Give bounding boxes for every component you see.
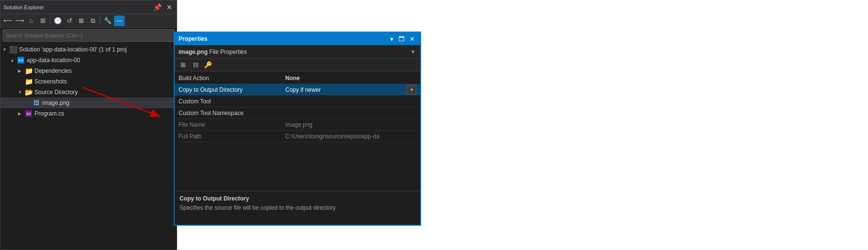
tree-item-program-cs[interactable]: ▶ C# Program.cs [0, 108, 177, 119]
file-info-content: image.png File Properties [179, 49, 247, 55]
copy-to-output-value: Copy if newer [285, 86, 321, 93]
prop-desc-text: Specifies the source file will be copied… [180, 204, 415, 212]
copy-to-output-dropdown[interactable]: ▾ [407, 85, 416, 95]
prop-row-copy-to-output[interactable]: Copy to Output Directory Copy if newer ▾ [175, 84, 420, 96]
tree-item-dependencies[interactable]: ▶ 📁 Dependencies [0, 66, 177, 76]
properties-title: Properties [179, 35, 207, 42]
screenshots-label: Screenshots [34, 78, 67, 85]
prop-row-build-action[interactable]: Build Action None [175, 72, 420, 84]
program-cs-icon: C# [25, 110, 33, 117]
pin-button[interactable]: 📌 [152, 3, 163, 11]
titlebar-buttons: 📌 ✕ [152, 3, 174, 11]
solution-label: Solution 'app-data-location-00' (1 of 1 … [19, 46, 127, 53]
tree-item-solution[interactable]: ▼ ⬛ Solution 'app-data-location-00' (1 o… [0, 44, 177, 55]
prop-name-copy-to-output: Copy to Output Directory [175, 86, 281, 93]
prop-row-custom-tool[interactable]: Custom Tool [175, 96, 420, 107]
source-directory-label: Source Directory [34, 89, 78, 96]
prop-desc-title: Copy to Output Directory [180, 195, 415, 202]
sync-button[interactable]: ⊞ [37, 16, 48, 26]
prop-grid: Build Action None Copy to Output Directo… [175, 71, 420, 191]
prop-name-build-action: Build Action [175, 75, 281, 82]
search-input[interactable] [6, 33, 171, 38]
source-directory-folder-icon: 📂 [25, 88, 33, 96]
prop-sort-btn[interactable]: ⊟ [190, 60, 201, 70]
minimize-button[interactable]: — [114, 16, 125, 26]
prop-row-full-path: Full Path C:\Users\tomgr\source\repos\ap… [175, 131, 420, 142]
arrow-dependencies: ▶ [18, 68, 25, 73]
prop-maximize-btn[interactable]: 🗖 [397, 35, 406, 43]
prop-row-file-name: File Name image.png [175, 119, 420, 131]
back-button[interactable]: ⟵ [2, 16, 13, 26]
forward-button[interactable]: ⟶ [14, 16, 25, 26]
copy-button[interactable]: ⧉ [87, 16, 98, 26]
image-png-label: image.png [42, 100, 69, 106]
prop-value-full-path: C:\Users\tomgr\source\repos\app-da [281, 133, 420, 140]
prop-name-full-path: Full Path [175, 133, 281, 140]
tree-item-image-png[interactable]: 🖼 image.png [0, 98, 177, 108]
prop-name-custom-tool-namespace: Custom Tool Namespace [175, 110, 281, 117]
file-info-dropdown[interactable]: ▾ [410, 48, 416, 56]
prop-value-copy-to-output: Copy if newer ▾ [281, 85, 420, 95]
history-button[interactable]: 🕐 [52, 16, 63, 26]
program-cs-label: Program.cs [34, 110, 64, 117]
prop-name-file-name: File Name [175, 121, 281, 128]
dependencies-folder-icon: 📁 [25, 67, 33, 75]
collapse-button[interactable]: ⊠ [76, 16, 86, 26]
dependencies-label: Dependencies [34, 67, 72, 74]
project-icon-box: C# [17, 57, 24, 64]
prop-name-custom-tool: Custom Tool [175, 98, 281, 105]
prop-row-custom-tool-namespace[interactable]: Custom Tool Namespace [175, 107, 420, 119]
prop-value-file-name: image.png [281, 121, 420, 128]
tree-item-source-directory[interactable]: ▼ 📂 Source Directory [0, 87, 177, 98]
cs-icon-box: C# [25, 110, 32, 117]
prop-dropdown-btn[interactable]: ▾ [389, 35, 395, 43]
tree-area: ▼ ⬛ Solution 'app-data-location-00' (1 o… [0, 43, 177, 250]
tree-item-project[interactable]: ▲ C# app-data-location-00 [0, 55, 177, 66]
solution-explorer-toolbar: ⟵ ⟶ ⌂ ⊞ 🕐 ↺ ⊠ ⧉ 🔧 — [0, 14, 177, 28]
home-button[interactable]: ⌂ [26, 16, 36, 26]
arrow-source-directory: ▼ [18, 90, 25, 95]
settings-button[interactable]: 🔧 [102, 16, 113, 26]
solution-explorer-title: Solution Explorer [3, 4, 44, 10]
properties-titlebar: Properties ▾ 🗖 ✕ [175, 33, 420, 45]
project-label: app-data-location-00 [27, 57, 80, 64]
project-icon: C# [17, 56, 25, 64]
prop-description-area: Copy to Output Directory Specifies the s… [175, 191, 420, 225]
toolbar-sep-1 [50, 17, 50, 25]
tree-item-screenshots[interactable]: 📁 Screenshots [0, 76, 177, 87]
prop-value-build-action: None [281, 75, 420, 82]
prop-toolbar: ⊞ ⊟ 🔑 [175, 59, 420, 71]
image-png-icon: 🖼 [33, 99, 40, 107]
prop-grid-view-btn[interactable]: ⊞ [178, 60, 188, 70]
search-bar[interactable] [2, 29, 175, 42]
file-name: image.png [179, 49, 208, 55]
prop-key-btn[interactable]: 🔑 [203, 60, 213, 70]
file-subtitle-text: File Properties [209, 49, 246, 55]
solution-explorer-titlebar: Solution Explorer 📌 ✕ [0, 0, 177, 14]
toolbar-sep-2 [100, 17, 100, 25]
solution-icon: ⬛ [9, 46, 17, 53]
properties-panel: Properties ▾ 🗖 ✕ image.png File Properti… [174, 32, 421, 226]
arrow-program-cs: ▶ [18, 111, 25, 116]
close-button[interactable]: ✕ [165, 3, 174, 11]
refresh-button[interactable]: ↺ [64, 16, 75, 26]
prop-close-btn[interactable]: ✕ [408, 35, 416, 43]
file-info-bar: image.png File Properties ▾ [175, 45, 420, 59]
solution-explorer-panel: Solution Explorer 📌 ✕ ⟵ ⟶ ⌂ ⊞ 🕐 ↺ ⊠ ⧉ 🔧 … [0, 0, 177, 250]
screenshots-folder-icon: 📁 [25, 78, 33, 85]
prop-titlebar-buttons: ▾ 🗖 ✕ [389, 35, 416, 43]
arrow-project: ▲ [10, 58, 17, 63]
arrow-solution: ▼ [2, 47, 9, 52]
